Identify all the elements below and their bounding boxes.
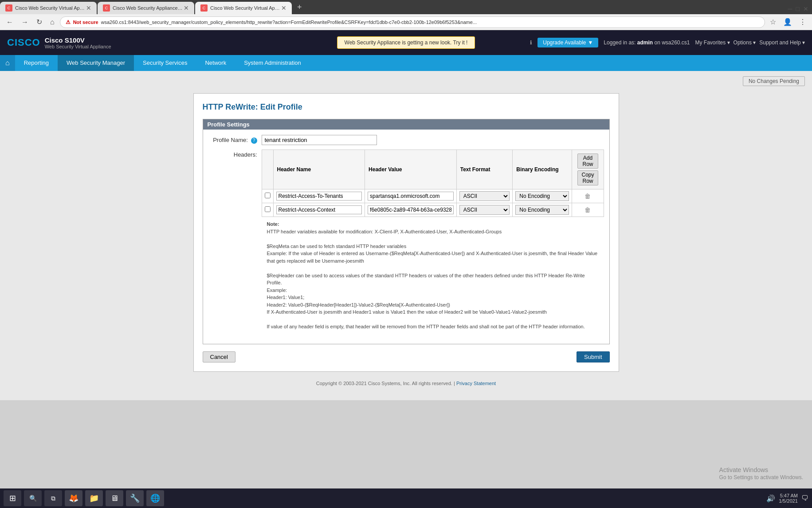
col-header-name: Header Name <box>273 150 365 189</box>
row2-delete-cell: 🗑 <box>572 203 604 217</box>
refresh-button[interactable]: ↻ <box>34 17 45 27</box>
row1-checkbox[interactable] <box>265 193 271 198</box>
tab-title-2: Cisco Web Security Appliance S6... <box>113 5 184 11</box>
privacy-link[interactable]: Privacy Statement <box>456 381 496 386</box>
url-text: wsa260.cs1:8443/web_security_manager/cus… <box>101 20 477 25</box>
row1-binary-encoding-select[interactable]: No Encoding Base64 Hex <box>515 191 569 201</box>
note-line-9: If value of any header field is empty, t… <box>267 323 599 331</box>
add-copy-buttons: Add Row Copy Row <box>576 152 600 187</box>
new-tab-button[interactable]: + <box>293 1 306 14</box>
header-right: ℹ Upgrade Available ▼ Logged in as: admi… <box>530 38 805 47</box>
add-row-button[interactable]: Add Row <box>577 154 598 169</box>
options-link[interactable]: Options ▾ <box>734 39 756 46</box>
profile-button[interactable]: 👤 <box>781 17 794 27</box>
row2-checkbox-cell <box>262 203 273 217</box>
address-bar: ← → ↻ ⌂ ⚠ Not secure wsa260.cs1:8443/web… <box>0 14 812 30</box>
announcement-banner: Web Security Appliance is getting a new … <box>337 36 475 49</box>
cisco-logo-text: CISCO <box>7 37 40 48</box>
forward-button[interactable]: → <box>19 17 31 27</box>
nav-web-security-manager[interactable]: Web Security Manager <box>58 55 134 71</box>
form-footer: Cancel Submit <box>203 351 610 362</box>
top-bar: No Changes Pending <box>7 76 805 90</box>
upgrade-label: Upgrade Available <box>543 39 586 46</box>
note-line-3: Example: If the value of Header is enter… <box>267 250 599 264</box>
tab-favicon-2: C <box>103 4 110 12</box>
my-favorites-link[interactable]: My Favorites ▾ <box>695 39 730 46</box>
row2-delete-button[interactable]: 🗑 <box>584 206 591 213</box>
nav-network[interactable]: Network <box>196 55 235 71</box>
profile-settings-section: Profile Settings Profile Name: ? Headers… <box>203 119 610 344</box>
tab-title-3: Cisco Web Security Virtual Appl... <box>210 5 281 11</box>
cancel-button[interactable]: Cancel <box>203 351 235 362</box>
tab-close-3[interactable]: ✕ <box>281 4 286 12</box>
tab-close-2[interactable]: ✕ <box>184 4 189 12</box>
row2-header-name-cell <box>273 203 365 217</box>
profile-name-input[interactable] <box>262 135 377 145</box>
note-line-8: If X-Authenticated-User is joesmith and … <box>267 308 599 316</box>
submit-button[interactable]: Submit <box>577 351 609 362</box>
row2-binary-encoding-cell: No Encoding Base64 Hex <box>513 203 572 217</box>
section-header: Profile Settings <box>203 119 609 130</box>
note-line-5: Example: <box>267 287 599 294</box>
headers-table: Header Name Header Value Text Format Bin… <box>262 150 604 217</box>
page-title: HTTP ReWrite: Edit Profile <box>203 102 610 112</box>
logged-in-user: admin <box>637 39 653 46</box>
row2-text-format-select[interactable]: ASCII UTF-8 ISO-8859-1 <box>459 205 510 215</box>
maximize-button[interactable]: □ <box>796 5 800 12</box>
row2-header-value-input[interactable] <box>368 205 454 214</box>
page-footer: Copyright © 2003-2021 Cisco Systems, Inc… <box>7 372 805 395</box>
row1-header-name-input[interactable] <box>276 192 362 201</box>
nav-system-administration[interactable]: System Administration <box>235 55 310 71</box>
minimize-button[interactable]: ─ <box>788 5 792 12</box>
note-section: Note: HTTP header variables available fo… <box>262 217 604 334</box>
not-secure-indicator: ⚠ <box>66 19 71 25</box>
support-help-link[interactable]: Support and Help ▾ <box>759 39 805 46</box>
tab-title-1: Cisco Web Security Virtual Appl... <box>15 5 86 11</box>
upgrade-dropdown-icon: ▼ <box>588 39 593 46</box>
home-nav-button[interactable]: ⌂ <box>47 17 57 27</box>
browser-tab-3[interactable]: C Cisco Web Security Virtual Appl... ✕ <box>195 2 292 14</box>
note-line-6: Header1: Value1; <box>267 294 599 301</box>
row1-header-value-input[interactable] <box>368 192 454 201</box>
tab-favicon-3: C <box>200 4 208 12</box>
browser-tab-bar: C Cisco Web Security Virtual Appl... ✕ C… <box>0 0 812 14</box>
model-name: Cisco S100V <box>45 36 111 44</box>
nav-reporting[interactable]: Reporting <box>15 55 58 71</box>
main-navigation: ⌂ Reporting Web Security Manager Securit… <box>0 55 812 71</box>
note-line-1: HTTP header variables available for modi… <box>267 228 599 236</box>
row1-text-format-select[interactable]: ASCII UTF-8 ISO-8859-1 <box>459 191 510 201</box>
menu-button[interactable]: ⋮ <box>797 17 808 27</box>
logged-in-prefix: Logged in as: <box>604 39 637 46</box>
upgrade-button[interactable]: Upgrade Available ▼ <box>537 38 598 47</box>
row1-delete-button[interactable]: 🗑 <box>584 193 591 200</box>
home-nav-item[interactable]: ⌂ <box>0 55 15 71</box>
col-add-copy: Add Row Copy Row <box>572 150 604 189</box>
nav-security-services[interactable]: Security Services <box>134 55 196 71</box>
copy-row-button[interactable]: Copy Row <box>577 170 598 185</box>
row2-binary-encoding-select[interactable]: No Encoding Base64 Hex <box>515 205 569 215</box>
note-title: Note: <box>267 221 279 227</box>
cisco-logo: CISCO Cisco S100V Web Security Virtual A… <box>7 36 111 49</box>
row2-checkbox[interactable] <box>265 206 271 212</box>
profile-name-help-icon[interactable]: ? <box>251 138 257 144</box>
no-changes-indicator: No Changes Pending <box>743 76 805 86</box>
banner-text: Web Security Appliance is getting a new … <box>345 39 468 46</box>
headers-row: Headers: Header Name Header Value Text F… <box>208 150 604 334</box>
col-text-format: Text Format <box>456 150 513 189</box>
row1-header-value-cell <box>365 189 457 203</box>
row1-text-format-cell: ASCII UTF-8 ISO-8859-1 <box>456 189 513 203</box>
row1-checkbox-cell <box>262 189 273 203</box>
table-row: ASCII UTF-8 ISO-8859-1 No Encoding <box>262 189 604 203</box>
tab-favicon-1: C <box>5 4 12 12</box>
url-bar[interactable]: ⚠ Not secure wsa260.cs1:8443/web_securit… <box>60 16 765 28</box>
back-button[interactable]: ← <box>4 17 16 27</box>
not-secure-label: Not secure <box>73 20 98 25</box>
browser-tab-1[interactable]: C Cisco Web Security Virtual Appl... ✕ <box>0 2 97 14</box>
page-container: HTTP ReWrite: Edit Profile Profile Setti… <box>193 93 619 372</box>
row2-header-name-input[interactable] <box>276 205 362 214</box>
close-button[interactable]: ✕ <box>803 5 808 12</box>
bookmark-button[interactable]: ☆ <box>768 17 778 27</box>
browser-tab-2[interactable]: C Cisco Web Security Appliance S6... ✕ <box>98 2 194 14</box>
tab-close-1[interactable]: ✕ <box>86 4 91 12</box>
copyright-text: Copyright © 2003-2021 Cisco Systems, Inc… <box>316 381 455 386</box>
